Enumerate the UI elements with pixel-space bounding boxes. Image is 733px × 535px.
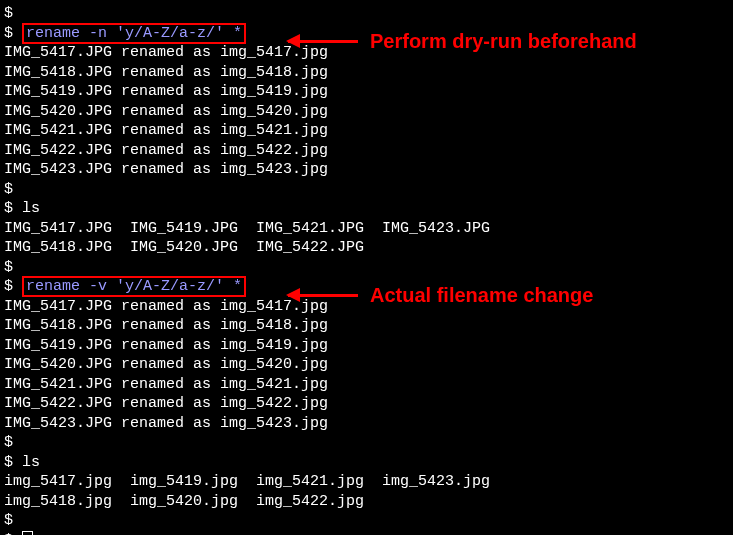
ls-output: IMG_5418.JPG IMG_5420.JPG IMG_5422.JPG — [4, 238, 729, 258]
ls-output: img_5418.jpg img_5420.jpg img_5422.jpg — [4, 492, 729, 512]
output-line: IMG_5423.JPG renamed as img_5423.jpg — [4, 160, 729, 180]
output-line: IMG_5421.JPG renamed as img_5421.jpg — [4, 375, 729, 395]
cursor-icon — [22, 531, 33, 536]
prompt-line: $ — [4, 180, 729, 200]
output-line: IMG_5423.JPG renamed as img_5423.jpg — [4, 414, 729, 434]
prompt: $ — [4, 278, 22, 295]
output-line: IMG_5420.JPG renamed as img_5420.jpg — [4, 355, 729, 375]
arrow-icon — [288, 40, 358, 43]
output-line: IMG_5422.JPG renamed as img_5422.jpg — [4, 141, 729, 161]
output-line: IMG_5421.JPG renamed as img_5421.jpg — [4, 121, 729, 141]
rename-actual-command: rename -v 'y/A-Z/a-z/' * — [22, 276, 246, 297]
ls-output: IMG_5417.JPG IMG_5419.JPG IMG_5421.JPG I… — [4, 219, 729, 239]
arrow-icon — [288, 294, 358, 297]
output-line: IMG_5419.JPG renamed as img_5419.jpg — [4, 82, 729, 102]
prompt: $ — [4, 532, 22, 536]
output-line: IMG_5418.JPG renamed as img_5418.jpg — [4, 63, 729, 83]
annotation-dryrun-text: Perform dry-run beforehand — [370, 28, 637, 54]
ls-command: $ ls — [4, 199, 729, 219]
output-line: IMG_5422.JPG renamed as img_5422.jpg — [4, 394, 729, 414]
terminal[interactable]: Perform dry-run beforehand Actual filena… — [0, 0, 733, 535]
annotation-dryrun: Perform dry-run beforehand — [288, 28, 637, 54]
output-line: IMG_5418.JPG renamed as img_5418.jpg — [4, 316, 729, 336]
output-line: IMG_5420.JPG renamed as img_5420.jpg — [4, 102, 729, 122]
prompt-line: $ — [4, 433, 729, 453]
prompt-line-cursor[interactable]: $ — [4, 531, 729, 536]
output-line: IMG_5419.JPG renamed as img_5419.jpg — [4, 336, 729, 356]
annotation-actual: Actual filename change — [288, 282, 593, 308]
prompt: $ — [4, 25, 22, 42]
rename-dryrun-command: rename -n 'y/A-Z/a-z/' * — [22, 23, 246, 44]
prompt-line: $ — [4, 511, 729, 531]
ls-command: $ ls — [4, 453, 729, 473]
ls-output: img_5417.jpg img_5419.jpg img_5421.jpg i… — [4, 472, 729, 492]
prompt-line: $ — [4, 258, 729, 278]
annotation-actual-text: Actual filename change — [370, 282, 593, 308]
prompt-line: $ — [4, 4, 729, 24]
